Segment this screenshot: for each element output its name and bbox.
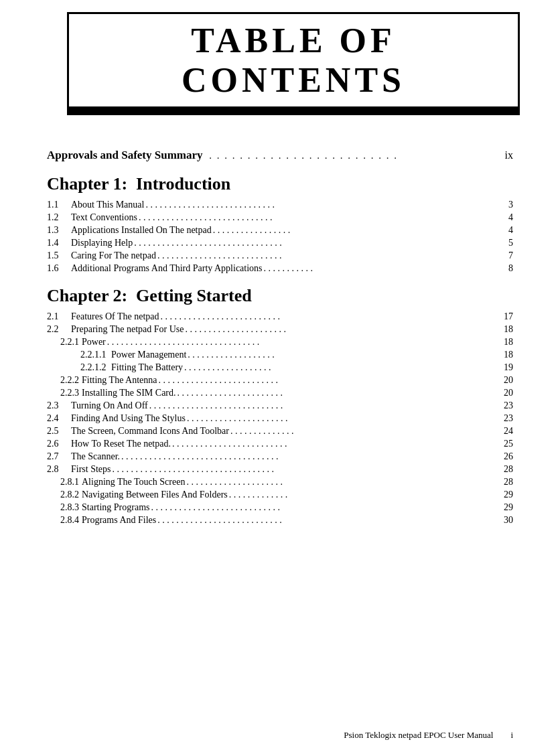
list-item: 2.3 Turning On And Off . . . . . . . . .… xyxy=(47,400,513,411)
entry-dots: . . . . . . . . . . . . . . . . . . . . … xyxy=(111,464,494,475)
entry-page: 18 xyxy=(494,337,513,348)
entry-dots: . . . . . . . . . . . . . . . . . . . . … xyxy=(159,311,494,322)
footer: Psion Teklogix netpad EPOC User Manual i xyxy=(344,730,513,741)
entry-dots: . . . . . . . . . . . . . . . . . . . . … xyxy=(137,212,494,223)
entry-dots: . . . . . . . . . . . . . . . . . . . . … xyxy=(186,413,494,424)
entry-title: Displaying Help xyxy=(71,238,133,248)
list-item: 2.2.3 Installing The SIM Card. . . . . .… xyxy=(47,388,513,398)
chapter-2-entries: 2.1 Features Of The netpad . . . . . . .… xyxy=(47,311,513,526)
entry-number: 2.8 xyxy=(47,464,71,475)
list-item: 2.6 How To Reset The netpad. . . . . . .… xyxy=(47,439,513,449)
entry-page: 7 xyxy=(494,250,513,261)
toc-content: Approvals and Safety Summary . . . . . .… xyxy=(0,135,560,554)
list-item: 1.2 Text Conventions . . . . . . . . . .… xyxy=(47,212,513,223)
entry-number: 1.4 xyxy=(47,238,71,248)
list-item: 2.8 First Steps . . . . . . . . . . . . … xyxy=(47,464,513,475)
list-item: 1.4 Displaying Help . . . . . . . . . . … xyxy=(47,238,513,248)
entry-page: 8 xyxy=(494,263,513,274)
entry-page: 29 xyxy=(494,489,513,500)
entry-title: Caring For The netpad xyxy=(71,250,156,261)
entry-number: 2.7 xyxy=(47,451,71,462)
entry-dots: . . . . . . . . . . . . . . . . . . . . … xyxy=(150,502,495,513)
entry-number: 2.2.1.1 xyxy=(47,350,111,360)
toc-top-entry: Approvals and Safety Summary . . . . . .… xyxy=(47,149,513,162)
entry-number: 2.1 xyxy=(47,311,71,322)
entry-dots: . . . . . . . . . . . . . . . . . . . xyxy=(186,350,494,360)
header-bar xyxy=(67,108,520,115)
entry-dots: . . . . . . . . . . . . . . . . . . . . … xyxy=(156,250,494,261)
list-item: 2.8.1 Aligning The Touch Screen . . . . … xyxy=(47,477,513,487)
entry-number: 2.8.3 xyxy=(47,502,82,513)
entry-dots: . . . . . . . . . . . . . . . . . . . . … xyxy=(156,515,494,526)
list-item: 2.2 Preparing The netpad For Use . . . .… xyxy=(47,324,513,335)
entry-page: 18 xyxy=(494,324,513,335)
entry-page: 24 xyxy=(494,426,513,437)
entry-number: 2.3 xyxy=(47,400,71,411)
list-item: 2.1 Features Of The netpad . . . . . . .… xyxy=(47,311,513,322)
entry-dots: . . . . . . . . . . . . . . . . . . . . … xyxy=(144,200,494,210)
entry-title: Preparing The netpad For Use xyxy=(71,324,184,335)
entry-dots: . . . . . . . . . . . . . . . . . . . . … xyxy=(176,388,494,398)
list-item: 1.5 Caring For The netpad . . . . . . . … xyxy=(47,250,513,261)
list-item: 2.2.1.1 Power Management . . . . . . . .… xyxy=(47,350,513,360)
entry-dots: . . . . . . . . . . . . . . . . . . . . … xyxy=(184,324,494,335)
entry-page: 20 xyxy=(494,375,513,386)
entry-page: 3 xyxy=(494,200,513,210)
entry-title: Features Of The netpad xyxy=(71,311,159,322)
chapter-1-heading: Chapter 1: Introduction xyxy=(47,174,513,194)
entry-number: 1.5 xyxy=(47,250,71,261)
entry-page: 4 xyxy=(494,225,513,236)
footer-page: i xyxy=(510,730,513,740)
entry-page: 26 xyxy=(494,451,513,462)
entry-dots: . . . . . . . . . . . . . . . . . . . . … xyxy=(185,477,494,487)
entry-title: Fitting The Battery xyxy=(111,362,183,373)
entry-title: Power xyxy=(82,337,106,348)
entry-page: 28 xyxy=(494,477,513,487)
entry-title: Aligning The Touch Screen xyxy=(82,477,185,487)
entry-number: 2.8.1 xyxy=(47,477,82,487)
entry-number: 2.2.3 xyxy=(47,388,82,398)
entry-number: 2.2.2 xyxy=(47,375,82,386)
entry-page: 4 xyxy=(494,212,513,223)
header-box: TABLE OF CONTENTS xyxy=(67,12,520,108)
entry-page: 30 xyxy=(494,515,513,526)
entry-number: 2.2.1 xyxy=(47,337,82,348)
entry-dots: . . . . . . . . . . . . . . . . . . . . … xyxy=(157,375,494,386)
chapter-1-entries: 1.1 About This Manual . . . . . . . . . … xyxy=(47,200,513,274)
list-item: 1.6 Additional Programs And Third Party … xyxy=(47,263,513,274)
entry-title: Installing The SIM Card. xyxy=(82,388,176,398)
entry-page: 25 xyxy=(494,439,513,449)
entry-page: 18 xyxy=(494,350,513,360)
chapter-2-heading: Chapter 2: Getting Started xyxy=(47,286,513,306)
entry-number: 2.8.2 xyxy=(47,489,82,500)
entry-number: 2.2 xyxy=(47,324,71,335)
list-item: 2.4 Finding And Using The Stylus . . . .… xyxy=(47,413,513,424)
entry-title: How To Reset The netpad. xyxy=(71,439,171,449)
entry-title: Fitting The Antenna xyxy=(82,375,157,386)
list-item: 2.8.3 Starting Programs . . . . . . . . … xyxy=(47,502,513,513)
entry-dots: . . . . . . . . . . . . . . . . . . . . … xyxy=(106,337,494,348)
entry-title: First Steps xyxy=(71,464,111,475)
page-title: TABLE OF CONTENTS xyxy=(82,21,504,100)
list-item: 2.8.4 Programs And Files . . . . . . . .… xyxy=(47,515,513,526)
list-item: 2.7 The Scanner. . . . . . . . . . . . .… xyxy=(47,451,513,462)
entry-number: 2.6 xyxy=(47,439,71,449)
list-item: 2.5 The Screen, Command Icons And Toolba… xyxy=(47,426,513,437)
entry-title: Navigating Between Files And Folders xyxy=(82,489,228,500)
entry-dots: . . . . . . . . . . . . . . . . . . . . … xyxy=(120,451,494,462)
entry-title: About This Manual xyxy=(71,200,144,210)
entry-number: 2.4 xyxy=(47,413,71,424)
entry-number: 2.2.1.2 xyxy=(47,362,111,373)
entry-title: Applications Installed On The netpad xyxy=(71,225,212,236)
entry-page: 28 xyxy=(494,464,513,475)
header-section: TABLE OF CONTENTS xyxy=(0,12,560,115)
entry-dots: . . . . . . . . . . . xyxy=(263,263,494,274)
list-item: 2.2.1 Power . . . . . . . . . . . . . . … xyxy=(47,337,513,348)
entry-dots: . . . . . . . . . . . . . . xyxy=(229,426,494,437)
list-item: 1.3 Applications Installed On The netpad… xyxy=(47,225,513,236)
entry-title: Finding And Using The Stylus xyxy=(71,413,186,424)
entry-page: 20 xyxy=(494,388,513,398)
list-item: 1.1 About This Manual . . . . . . . . . … xyxy=(47,200,513,210)
entry-number: 1.6 xyxy=(47,263,71,274)
entry-dots: . . . . . . . . . . . . . . . . . . . xyxy=(183,362,494,373)
